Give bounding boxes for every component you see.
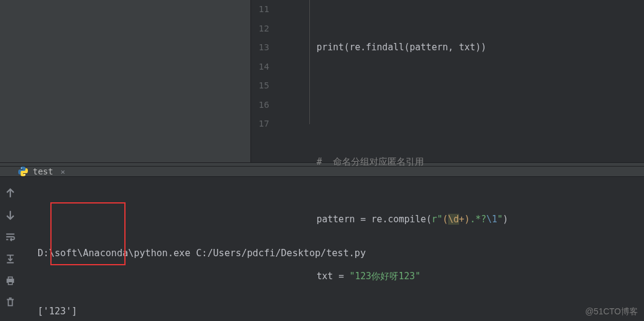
console-output[interactable]: D:\soft\Anaconda\python.exe C:/Users/pdc… <box>21 177 644 321</box>
watermark: @51CTO博客 <box>585 306 638 317</box>
editor-area: 11 12 13 14 15 16 17 print(re.findall(pa… <box>0 0 644 162</box>
code-line <box>317 96 644 115</box>
code-editor[interactable]: 11 12 13 14 15 16 17 print(re.findall(pa… <box>251 0 644 162</box>
line-gutter: 11 12 13 14 15 16 17 <box>251 0 280 162</box>
line-number: 12 <box>251 19 269 39</box>
wrap-icon[interactable] <box>5 231 16 242</box>
console-line: ['123'] <box>38 302 634 321</box>
trash-icon[interactable] <box>5 297 16 308</box>
arrow-up-icon[interactable] <box>5 188 16 199</box>
line-number: 11 <box>251 0 269 19</box>
run-tab-label[interactable]: test <box>33 167 53 176</box>
svg-rect-4 <box>8 282 13 285</box>
close-icon[interactable]: × <box>61 167 65 176</box>
console-line: D:\soft\Anaconda\python.exe C:/Users/pdc… <box>38 243 634 263</box>
code-line: print(re.findall(pattern, txt)) <box>317 38 644 58</box>
line-number: 14 <box>251 58 269 77</box>
python-icon <box>18 167 28 176</box>
run-toolbar <box>0 177 21 321</box>
svg-rect-3 <box>8 277 13 279</box>
svg-point-0 <box>21 168 22 169</box>
scroll-to-end-icon[interactable] <box>5 253 16 264</box>
line-number: 16 <box>251 96 269 115</box>
code-content[interactable]: print(re.findall(pattern, txt)) # 命名分组对应… <box>280 0 644 162</box>
arrow-down-icon[interactable] <box>5 210 16 220</box>
print-icon[interactable] <box>5 275 16 286</box>
svg-point-1 <box>24 174 25 176</box>
code-line: # 命名分组对应匿名引用 <box>317 153 644 172</box>
run-panel: test × D:\soft\Anaconda\python.exe C:/Us… <box>0 167 644 321</box>
line-number: 13 <box>251 38 269 58</box>
project-panel <box>0 0 251 162</box>
line-number: 15 <box>251 76 269 96</box>
line-number: 17 <box>251 114 269 134</box>
